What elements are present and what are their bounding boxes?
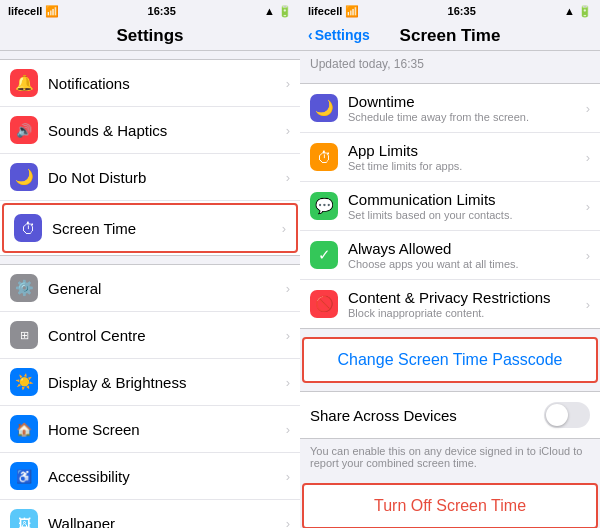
applimits-subtitle: Set time limits for apps. — [348, 160, 582, 172]
display-text: Display & Brightness — [48, 374, 282, 391]
notifications-text: Notifications — [48, 75, 282, 92]
screentime-list[interactable]: Updated today, 16:35 🌙 Downtime Schedule… — [300, 51, 600, 528]
screentime-chevron: › — [282, 221, 286, 236]
applimits-icon: ⏱ — [310, 143, 338, 171]
display-chevron: › — [286, 375, 290, 390]
screentime-title: Screen Time — [52, 220, 278, 237]
section-group-1: 🔔 Notifications › 🔊 Sounds & Haptics › 🌙… — [0, 59, 300, 256]
wallpaper-item[interactable]: 🖼 Wallpaper › — [0, 500, 300, 528]
status-bar-left: lifecell 📶 16:35 ▲ 🔋 — [0, 0, 300, 20]
allowed-icon: ✓ — [310, 241, 338, 269]
time-right: 16:35 — [448, 5, 476, 17]
allowed-title: Always Allowed — [348, 240, 582, 257]
settings-list[interactable]: 🔔 Notifications › 🔊 Sounds & Haptics › 🌙… — [0, 51, 300, 528]
screentime-section: 🌙 Downtime Schedule time away from the s… — [300, 83, 600, 329]
downtime-item[interactable]: 🌙 Downtime Schedule time away from the s… — [300, 84, 600, 133]
accessibility-chevron: › — [286, 469, 290, 484]
left-nav-title: Settings — [116, 26, 183, 45]
screentime-icon: ⏱ — [14, 214, 42, 242]
general-item[interactable]: ⚙️ General › — [0, 265, 300, 312]
downtime-subtitle: Schedule time away from the screen. — [348, 111, 582, 123]
donotdisturb-chevron: › — [286, 170, 290, 185]
screentime-item[interactable]: ⏱ Screen Time › — [2, 203, 298, 253]
back-chevron-icon: ‹ — [308, 27, 313, 43]
commlimits-icon: 💬 — [310, 192, 338, 220]
commlimits-text: Communication Limits Set limits based on… — [348, 191, 582, 221]
commlimits-item[interactable]: 💬 Communication Limits Set limits based … — [300, 182, 600, 231]
sounds-title: Sounds & Haptics — [48, 122, 282, 139]
wallpaper-chevron: › — [286, 516, 290, 529]
right-nav-title: Screen Time — [400, 26, 501, 45]
back-button[interactable]: ‹ Settings — [308, 27, 370, 43]
right-panel: lifecell 📶 16:35 ▲ 🔋 ‹ Settings Screen T… — [300, 0, 600, 528]
back-label: Settings — [315, 27, 370, 43]
wifi-icon-right: 📶 — [345, 5, 359, 18]
share-across-row[interactable]: Share Across Devices — [300, 391, 600, 439]
sounds-item[interactable]: 🔊 Sounds & Haptics › — [0, 107, 300, 154]
status-left-right: lifecell 📶 — [308, 5, 359, 18]
downtime-chevron: › — [586, 101, 590, 116]
status-right-right: ▲ 🔋 — [564, 5, 592, 18]
homescreen-item[interactable]: 🏠 Home Screen › — [0, 406, 300, 453]
allowed-subtitle: Choose apps you want at all times. — [348, 258, 582, 270]
allowed-text: Always Allowed Choose apps you want at a… — [348, 240, 582, 270]
controlcentre-chevron: › — [286, 328, 290, 343]
accessibility-item[interactable]: ♿ Accessibility › — [0, 453, 300, 500]
change-passcode-label: Change Screen Time Passcode — [337, 351, 562, 369]
display-item[interactable]: ☀️ Display & Brightness › — [0, 359, 300, 406]
section-group-2: ⚙️ General › ⊞ Control Centre › ☀️ Displ… — [0, 264, 300, 528]
donotdisturb-item[interactable]: 🌙 Do Not Disturb › — [0, 154, 300, 201]
display-icon: ☀️ — [10, 368, 38, 396]
controlcentre-text: Control Centre — [48, 327, 282, 344]
donotdisturb-text: Do Not Disturb — [48, 169, 282, 186]
turn-off-button[interactable]: Turn Off Screen Time — [302, 483, 598, 528]
donotdisturb-icon: 🌙 — [10, 163, 38, 191]
controlcentre-title: Control Centre — [48, 327, 282, 344]
wifi-icon-left: 📶 — [45, 5, 59, 18]
content-subtitle: Block inappropriate content. — [348, 307, 582, 319]
general-text: General — [48, 280, 282, 297]
homescreen-chevron: › — [286, 422, 290, 437]
signal-icon-right: ▲ — [564, 5, 575, 17]
wallpaper-text: Wallpaper — [48, 515, 282, 529]
controlcentre-item[interactable]: ⊞ Control Centre › — [0, 312, 300, 359]
share-info-text: You can enable this on any device signed… — [300, 439, 600, 475]
sounds-icon: 🔊 — [10, 116, 38, 144]
toggle-knob — [546, 404, 568, 426]
controlcentre-icon: ⊞ — [10, 321, 38, 349]
commlimits-subtitle: Set limits based on your contacts. — [348, 209, 582, 221]
status-left: lifecell 📶 — [8, 5, 59, 18]
content-item[interactable]: 🚫 Content & Privacy Restrictions Block i… — [300, 280, 600, 328]
screentime-text: Screen Time — [52, 220, 278, 237]
applimits-item[interactable]: ⏱ App Limits Set time limits for apps. › — [300, 133, 600, 182]
notifications-chevron: › — [286, 76, 290, 91]
left-panel: lifecell 📶 16:35 ▲ 🔋 Settings 🔔 Notifica… — [0, 0, 300, 528]
downtime-icon: 🌙 — [310, 94, 338, 122]
carrier-right: lifecell — [308, 5, 342, 17]
share-across-label: Share Across Devices — [310, 407, 544, 424]
share-toggle[interactable] — [544, 402, 590, 428]
content-chevron: › — [586, 297, 590, 312]
turn-off-label: Turn Off Screen Time — [374, 497, 526, 515]
homescreen-text: Home Screen — [48, 421, 282, 438]
applimits-title: App Limits — [348, 142, 582, 159]
homescreen-icon: 🏠 — [10, 415, 38, 443]
notifications-item[interactable]: 🔔 Notifications › — [0, 60, 300, 107]
allowed-item[interactable]: ✓ Always Allowed Choose apps you want at… — [300, 231, 600, 280]
wallpaper-title: Wallpaper — [48, 515, 282, 529]
content-title: Content & Privacy Restrictions — [348, 289, 582, 306]
donotdisturb-title: Do Not Disturb — [48, 169, 282, 186]
downtime-text: Downtime Schedule time away from the scr… — [348, 93, 582, 123]
signal-icon-left: ▲ — [264, 5, 275, 17]
battery-icon-right: 🔋 — [578, 5, 592, 18]
battery-icon-left: 🔋 — [278, 5, 292, 18]
change-passcode-button[interactable]: Change Screen Time Passcode — [302, 337, 598, 383]
general-icon: ⚙️ — [10, 274, 38, 302]
display-title: Display & Brightness — [48, 374, 282, 391]
time-left: 16:35 — [148, 5, 176, 17]
status-right-left: ▲ 🔋 — [264, 5, 292, 18]
general-chevron: › — [286, 281, 290, 296]
downtime-title: Downtime — [348, 93, 582, 110]
accessibility-text: Accessibility — [48, 468, 282, 485]
allowed-chevron: › — [586, 248, 590, 263]
